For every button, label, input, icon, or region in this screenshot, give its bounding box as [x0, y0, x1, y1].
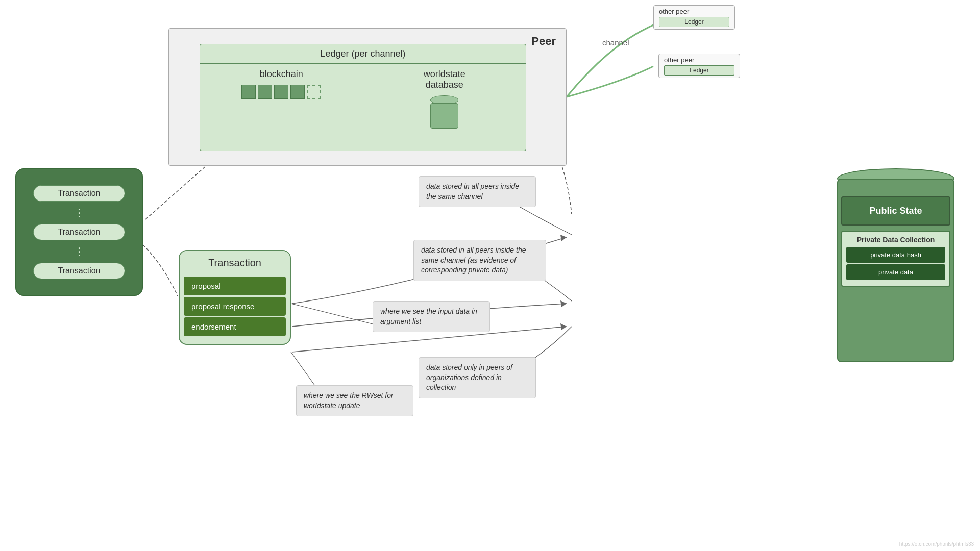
- other-peer-box-1: other peer Ledger: [653, 5, 735, 30]
- annotation-stored-all-channel: data stored in all peers inside the same…: [419, 176, 536, 207]
- watermark: https://o.cn.com/phtmls/phtmls33: [899, 541, 974, 547]
- transaction-detail: Transaction proposal proposal response e…: [179, 250, 291, 345]
- other-peer-ledger-2: Ledger: [664, 65, 734, 76]
- annotation-rwset: where we see the RWset for worldstate up…: [296, 385, 413, 416]
- private-data-row: private data: [846, 264, 945, 280]
- block-3: [274, 85, 288, 99]
- svg-marker-7: [560, 235, 567, 241]
- tx-row-endorsement: endorsement: [184, 317, 286, 336]
- cylinder-body: [430, 103, 458, 129]
- private-data-collection-box: Private Data Collection private data has…: [841, 231, 950, 287]
- annotation-stored-only-peers: data stored only in peers of organizatio…: [419, 357, 536, 398]
- blocks-row: [241, 85, 321, 99]
- ledger-blockchain: blockchain: [200, 64, 363, 149]
- svg-line-2: [291, 304, 373, 324]
- other-peer-ledger-1: Ledger: [659, 17, 729, 27]
- ledger-title: Ledger (per channel): [200, 44, 526, 64]
- ws-cylinder-inner: Public State Private Data Collection pri…: [837, 186, 954, 352]
- svg-marker-9: [560, 323, 567, 330]
- block-4: [290, 85, 305, 99]
- blockchain-label: blockchain: [260, 69, 303, 80]
- svg-line-3: [291, 352, 316, 388]
- other-peer-label-2: other peer: [664, 56, 734, 64]
- annotation-stored-all-evidence: data stored in all peers inside the same…: [413, 240, 546, 281]
- other-peer-box-2: other peer Ledger: [658, 54, 740, 78]
- transaction-stack: Transaction ⋮ Transaction ⋮ Transaction: [15, 168, 143, 296]
- block-2: [258, 85, 272, 99]
- tx-stack-item-3: Transaction: [33, 263, 125, 279]
- tx-stack-item-1: Transaction: [33, 185, 125, 202]
- tx-stack-item-2: Transaction: [33, 224, 125, 240]
- channel-label: channel: [602, 38, 629, 47]
- tx-detail-title: Transaction: [180, 251, 290, 275]
- tx-stack-dots: ⋮: [74, 207, 84, 219]
- block-dashed: [307, 85, 321, 99]
- svg-marker-8: [560, 300, 567, 307]
- private-collection-title: Private Data Collection: [846, 236, 945, 244]
- ledger-box: Ledger (per channel) blockchain worldsta…: [200, 44, 526, 151]
- worldstate-big-cylinder: Public State Private Data Collection pri…: [837, 168, 954, 362]
- ledger-worldstate: worldstatedatabase: [363, 64, 526, 149]
- tx-row-proposal: proposal: [184, 277, 286, 295]
- private-data-hash-row: private data hash: [846, 247, 945, 263]
- tx-row-response: proposal response: [184, 297, 286, 316]
- tx-stack-dots-2: ⋮: [74, 245, 84, 258]
- worldstate-label: worldstatedatabase: [424, 69, 465, 90]
- public-state-box: Public State: [841, 196, 950, 226]
- worldstate-cylinder: [430, 95, 458, 129]
- block-1: [241, 85, 256, 99]
- other-peer-label-1: other peer: [659, 8, 729, 15]
- peer-container: Peer Ledger (per channel) blockchain wor…: [168, 28, 567, 166]
- annotation-input-data: where we see the input data in argument …: [373, 301, 490, 332]
- peer-label: Peer: [531, 35, 556, 48]
